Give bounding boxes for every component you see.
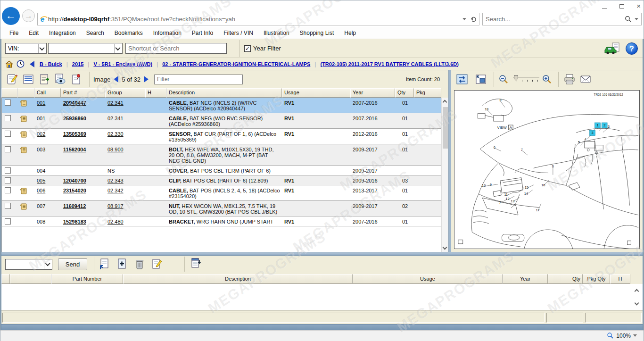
group-code[interactable]: 02.480: [107, 219, 124, 225]
callout-3[interactable]: 3: [587, 130, 595, 139]
back-button[interactable]: ←: [2, 7, 20, 25]
breadcrumb-link-tr02-105-2011-2017-rv1-b[interactable]: (TR02-105) 2011-2017 RV1 BATTERY CABLES …: [320, 61, 458, 67]
parts-row[interactable]: 0031156200408.900BOLT, HEX W/FL WA, M10X…: [2, 144, 442, 166]
column-header-description[interactable]: Description: [166, 88, 282, 98]
parts-row[interactable]: 0051204070002.343CLIP, BAT POS CBL (PART…: [2, 175, 442, 185]
delete-icon[interactable]: [134, 258, 145, 270]
chevron-down-icon[interactable]: [38, 44, 45, 53]
year-filter-checkbox[interactable]: ✓: [244, 45, 251, 52]
menu-bookmarks[interactable]: Bookmarks: [109, 30, 148, 36]
home-icon[interactable]: [5, 60, 13, 68]
callout-9[interactable]: 9: [490, 183, 498, 187]
illustration-page[interactable]: TR02-105 03/23/2012 VIEW A 8181233456769…: [454, 90, 640, 249]
parts-row[interactable]: 0012094044702.341CABLE, BAT NEG (INCLS 2…: [2, 98, 442, 113]
menu-illustration[interactable]: Illustration: [258, 30, 295, 36]
vin-select[interactable]: VIN:: [5, 43, 47, 54]
part-number-link[interactable]: 15298183: [63, 219, 86, 225]
chevron-down-icon[interactable]: [114, 44, 121, 53]
swap-view-icon[interactable]: [455, 73, 469, 86]
row-checkbox[interactable]: [5, 167, 11, 174]
note-icon[interactable]: [20, 147, 27, 153]
call-number[interactable]: 006: [37, 188, 45, 193]
browser-search-input[interactable]: [486, 16, 625, 23]
address-bar[interactable]: e http://desktop-l09qrhf:351/PQMace/root…: [37, 13, 479, 25]
send-button[interactable]: Send: [58, 258, 87, 270]
column-header-blank[interactable]: [17, 88, 34, 98]
zoom-in-icon[interactable]: [541, 73, 553, 86]
zoom-slider[interactable]: [513, 75, 539, 83]
breadcrumb-back-icon[interactable]: [30, 61, 34, 67]
part-number-link[interactable]: 13505369: [63, 131, 86, 137]
fit-image-icon[interactable]: [474, 73, 488, 86]
group-code[interactable]: 02.341: [107, 116, 124, 121]
close-button[interactable]: ×: [636, 3, 641, 9]
add-note-icon[interactable]: [37, 73, 51, 86]
vehicle-info-icon[interactable]: [604, 42, 621, 55]
column-header-h[interactable]: H: [610, 274, 630, 284]
scroll-down-icon[interactable]: [443, 245, 447, 250]
menu-filters-vin[interactable]: Filters / VIN: [218, 30, 258, 36]
pin-note-icon[interactable]: [69, 73, 83, 86]
part-number-link[interactable]: 25936860: [63, 116, 86, 121]
edit-note-icon[interactable]: [5, 73, 19, 86]
history-clock-icon[interactable]: [17, 60, 25, 68]
parts-scrollbar[interactable]: [441, 98, 448, 252]
email-icon[interactable]: [578, 73, 593, 86]
forward-button[interactable]: →: [22, 9, 35, 22]
breadcrumb-link-b-buick[interactable]: B - Buick: [40, 61, 62, 67]
row-checkbox[interactable]: [5, 203, 11, 209]
filter-input[interactable]: [154, 75, 243, 84]
column-header-year[interactable]: Year: [503, 274, 548, 284]
refresh-icon[interactable]: [470, 16, 477, 23]
print-icon[interactable]: [562, 73, 577, 86]
callout-14[interactable]: 14: [524, 190, 533, 196]
column-header-usage[interactable]: Usage: [353, 274, 503, 284]
callout-6[interactable]: 6: [552, 164, 554, 175]
callout-13[interactable]: 13: [511, 198, 519, 203]
menu-part-info[interactable]: Part Info: [187, 30, 218, 36]
horizontal-splitter[interactable]: [1, 252, 643, 256]
menu-shopping-list[interactable]: Shopping List: [295, 30, 339, 36]
zoom-control[interactable]: 100%: [607, 332, 637, 339]
group-code[interactable]: 02.342: [107, 188, 124, 193]
parts-row[interactable]: 0071160941208.917NUT, HEX W/CON WA, M8X1…: [2, 201, 442, 216]
send-destination-select[interactable]: [5, 259, 52, 270]
scroll-up-icon[interactable]: [635, 289, 639, 294]
part-number-link[interactable]: 12040700: [63, 178, 86, 183]
column-header-year[interactable]: Year: [350, 88, 395, 98]
note-icon[interactable]: [20, 131, 27, 138]
group-code[interactable]: 02.341: [107, 100, 124, 106]
zoom-dropdown-icon[interactable]: [633, 334, 637, 337]
part-number-link[interactable]: 23154020: [63, 188, 86, 193]
column-header-usage[interactable]: Usage: [282, 88, 350, 98]
note-icon[interactable]: [20, 203, 27, 210]
callout-16[interactable]: 16: [541, 180, 549, 187]
shopping-grid-scrollbar[interactable]: [633, 286, 641, 308]
breadcrumb-link-2015[interactable]: 2015: [72, 61, 83, 67]
edit-item-icon[interactable]: [151, 258, 163, 270]
search-icon[interactable]: [625, 16, 632, 23]
parts-row[interactable]: 0062315402002.342CABLE, BAT POS (INCLS 2…: [2, 185, 442, 201]
column-header-description[interactable]: Description: [123, 274, 353, 284]
column-header-call[interactable]: Call: [34, 88, 61, 98]
row-checkbox[interactable]: [5, 177, 11, 183]
callout-6[interactable]: 6: [494, 145, 501, 151]
next-image-icon[interactable]: [144, 76, 149, 83]
browser-search-box[interactable]: [482, 13, 642, 25]
shortcut-search-input[interactable]: [125, 43, 227, 54]
list-view-icon[interactable]: [21, 73, 35, 86]
column-header-blank[interactable]: [1, 274, 10, 284]
note-icon[interactable]: [20, 100, 27, 107]
zoom-out-icon[interactable]: [498, 73, 509, 86]
minimize-button[interactable]: [602, 8, 607, 8]
menu-edit[interactable]: Edit: [24, 30, 44, 36]
call-number[interactable]: 001: [37, 116, 45, 121]
group-code[interactable]: 08.917: [107, 203, 124, 209]
callout-17[interactable]: 17: [536, 204, 541, 212]
callout-4[interactable]: 4: [580, 137, 586, 145]
column-header-part[interactable]: Part #: [61, 88, 105, 98]
call-number[interactable]: 005: [37, 178, 45, 183]
scrollbar-thumb[interactable]: [443, 107, 448, 149]
row-checkbox[interactable]: [5, 100, 11, 106]
menu-integration[interactable]: Integration: [44, 30, 81, 36]
